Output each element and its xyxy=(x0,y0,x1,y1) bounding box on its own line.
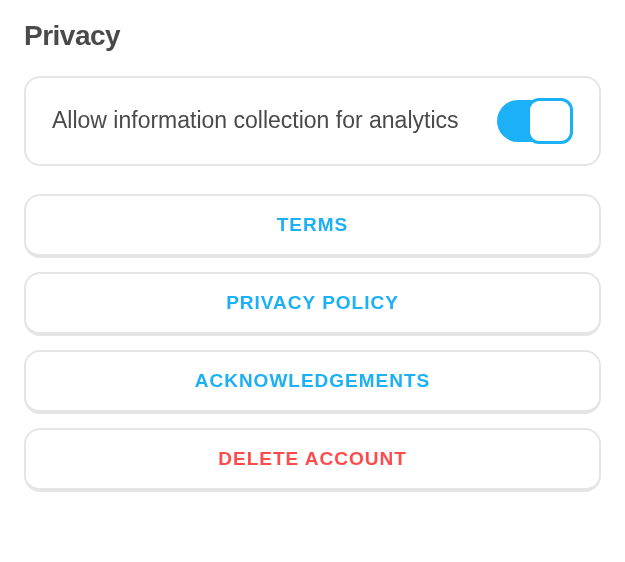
toggle-knob xyxy=(527,98,573,144)
analytics-label: Allow information collection for analyti… xyxy=(52,105,497,136)
privacy-policy-button[interactable]: PRIVACY POLICY xyxy=(24,272,601,336)
delete-account-button[interactable]: DELETE ACCOUNT xyxy=(24,428,601,492)
analytics-toggle[interactable] xyxy=(497,100,573,142)
section-title: Privacy xyxy=(24,20,601,52)
analytics-card: Allow information collection for analyti… xyxy=(24,76,601,166)
terms-button[interactable]: TERMS xyxy=(24,194,601,258)
acknowledgements-button[interactable]: ACKNOWLEDGEMENTS xyxy=(24,350,601,414)
